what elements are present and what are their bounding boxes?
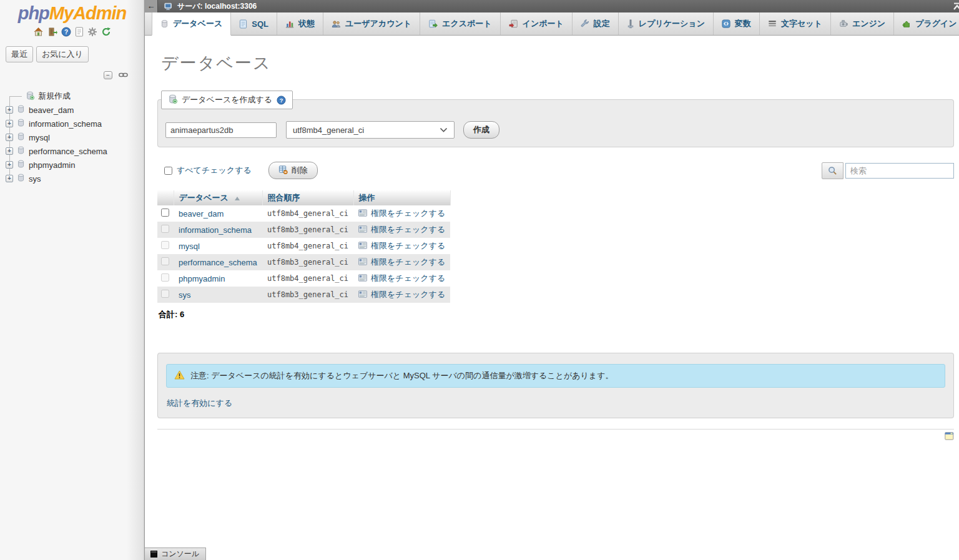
help-icon[interactable]: ? [61, 27, 71, 37]
tab-label: インポート [523, 18, 564, 29]
recent-button[interactable]: 最近 [6, 46, 33, 62]
privileges-icon [358, 225, 367, 235]
database-link[interactable]: information_schema [179, 225, 252, 235]
sidebar-item-information-schema[interactable]: + information_schema [0, 117, 144, 130]
tab-sql[interactable]: SQL [231, 12, 277, 35]
navigation-sidebar: phpMyAdmin ? 最近 お気に入り − 新規作成 + [0, 0, 145, 560]
tab-user-accounts[interactable]: ユーザアカウント [323, 12, 420, 35]
database-icon [17, 174, 25, 184]
sidebar-item-beaver-dam[interactable]: + beaver_dam [0, 103, 144, 117]
plugin-puzzle-icon [902, 19, 911, 28]
expand-icon[interactable]: + [6, 120, 13, 127]
warning-icon [174, 370, 185, 381]
header-database[interactable]: データベース [174, 190, 262, 205]
tab-variables[interactable]: 変数 [714, 12, 760, 35]
check-all-control[interactable]: すべてチェックする [164, 165, 252, 176]
enable-statistics-link[interactable]: 統計を有効にする [167, 398, 232, 409]
expand-icon[interactable]: + [6, 147, 13, 155]
tab-engines[interactable]: エンジン [831, 12, 894, 35]
check-all-checkbox[interactable] [164, 167, 172, 175]
create-button[interactable]: 作成 [463, 121, 499, 139]
sidebar-item-label: phpmyadmin [29, 160, 75, 170]
check-privileges-link[interactable]: 権限をチェックする [371, 289, 445, 300]
back-button[interactable]: ← [145, 0, 158, 12]
tab-settings[interactable]: 設定 [573, 12, 619, 35]
privileges-icon [358, 242, 367, 251]
home-icon[interactable] [33, 27, 44, 37]
expand-icon[interactable]: + [6, 161, 13, 169]
database-search [822, 162, 954, 179]
expand-icon[interactable]: + [6, 106, 13, 114]
tab-export[interactable]: エクスポート [420, 12, 501, 35]
database-name-input[interactable] [165, 122, 277, 138]
tab-label: 変数 [735, 18, 751, 29]
collation-select[interactable]: utf8mb4_general_ci [286, 121, 455, 139]
charset-icon [768, 20, 777, 28]
table-row: mysql utf8mb4_general_ci 権限をチェックする [157, 238, 450, 254]
phpmyadmin-logo[interactable]: phpMyAdmin [0, 0, 144, 24]
open-new-window-icon[interactable] [945, 432, 954, 440]
privileges-icon [358, 274, 367, 283]
tab-label: エンジン [852, 18, 885, 29]
header-collation[interactable]: 照合順序 [262, 190, 353, 205]
delete-button[interactable]: 削除 [268, 162, 318, 179]
sidebar-item-label: 新規作成 [38, 91, 71, 102]
statistics-notice-text: 注意: データベースの統計を有効にするとウェブサーバと MySQL サーバの間の… [190, 370, 613, 381]
tab-charsets[interactable]: 文字セット [760, 12, 831, 35]
favorites-button[interactable]: お気に入り [36, 46, 89, 62]
database-tree: 新規作成 + beaver_dam + information_schema +… [0, 89, 144, 185]
sidebar-item-performance-schema[interactable]: + performance_schema [0, 144, 144, 158]
link-with-main-icon[interactable] [119, 71, 128, 80]
documentation-icon[interactable] [75, 27, 84, 37]
database-link[interactable]: phpmyadmin [179, 274, 225, 283]
refresh-icon[interactable] [101, 27, 111, 37]
collapse-all-icon[interactable]: − [104, 71, 112, 79]
row-checkbox[interactable] [161, 209, 169, 217]
tab-databases[interactable]: データベース [152, 12, 231, 36]
search-icon[interactable] [822, 162, 843, 179]
logout-icon[interactable] [47, 27, 57, 37]
sidebar-item-label: sys [29, 174, 41, 184]
page-title: データベース [161, 52, 954, 74]
collation-value: utf8mb3_general_ci [262, 287, 353, 303]
database-link[interactable]: performance_schema [179, 258, 257, 267]
content-divider [157, 429, 954, 430]
check-privileges-link[interactable]: 権限をチェックする [371, 224, 445, 235]
settings-gear-icon[interactable] [87, 27, 97, 37]
phpmyadmin-app: phpMyAdmin ? 最近 お気に入り − 新規作成 + [0, 0, 959, 560]
database-link[interactable]: sys [179, 290, 191, 300]
tab-label: エクスポート [442, 18, 492, 29]
check-privileges-link[interactable]: 権限をチェックする [371, 273, 445, 284]
status-chart-icon [285, 19, 294, 28]
sidebar-item-new-database[interactable]: 新規作成 [0, 89, 144, 103]
server-tabs: データベース SQL 状態 ユーザアカウント エクスポート インポート [145, 12, 959, 36]
tree-controls: − [0, 71, 128, 80]
tab-status[interactable]: 状態 [277, 12, 323, 35]
expand-icon[interactable]: + [6, 134, 13, 141]
statistics-notice: 注意: データベースの統計を有効にするとウェブサーバと MySQL サーバの間の… [166, 364, 945, 388]
check-privileges-link[interactable]: 権限をチェックする [371, 208, 445, 219]
scroll-top-icon[interactable] [953, 2, 959, 11]
sidebar-item-mysql[interactable]: + mysql [0, 130, 144, 144]
check-all-label: すべてチェックする [177, 165, 252, 176]
server-breadcrumb-bar: ← サーバ: localhost:3306 [145, 0, 959, 12]
database-link[interactable]: mysql [179, 242, 200, 251]
variables-icon [722, 19, 730, 28]
table-row: beaver_dam utf8mb4_general_ci 権限をチェックする [157, 205, 450, 222]
console-toggle-bar[interactable]: コンソール [145, 548, 206, 560]
console-label: コンソール [161, 549, 199, 559]
search-input[interactable] [845, 163, 954, 179]
help-icon[interactable]: ? [277, 96, 286, 105]
tab-label: データベース [173, 18, 222, 29]
check-privileges-link[interactable]: 権限をチェックする [371, 257, 445, 268]
database-link[interactable]: beaver_dam [179, 209, 224, 219]
tab-import[interactable]: インポート [501, 12, 573, 35]
sidebar-item-sys[interactable]: + sys [0, 172, 144, 185]
row-checkbox [161, 225, 169, 233]
tab-replication[interactable]: レプリケーション [619, 12, 714, 35]
collation-value: utf8mb3_general_ci [262, 222, 353, 238]
sidebar-item-phpmyadmin[interactable]: + phpmyadmin [0, 158, 144, 172]
tab-plugins[interactable]: プラグイン [894, 12, 959, 35]
expand-icon[interactable]: + [6, 175, 13, 182]
check-privileges-link[interactable]: 権限をチェックする [371, 240, 445, 252]
